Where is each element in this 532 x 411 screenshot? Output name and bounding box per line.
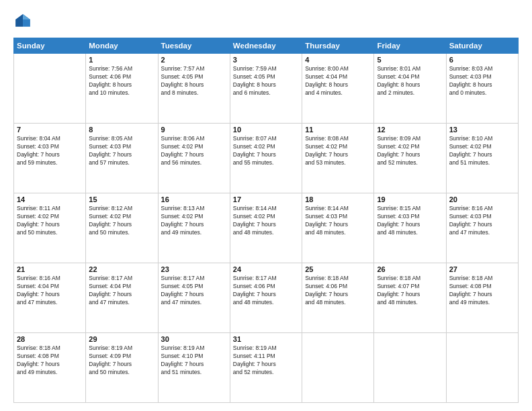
day-number: 17 [233,195,299,203]
day-number: 7 [17,126,83,134]
day-number: 13 [449,126,515,134]
calendar-week-row: 14Sunrise: 8:11 AM Sunset: 4:02 PM Dayli… [14,193,519,263]
weekday-header-monday: Monday [86,38,158,54]
day-info: Sunrise: 8:16 AM Sunset: 4:04 PM Dayligh… [17,275,83,307]
day-info: Sunrise: 8:12 AM Sunset: 4:02 PM Dayligh… [89,205,154,237]
calendar-cell [446,333,518,403]
day-info: Sunrise: 8:03 AM Sunset: 4:03 PM Dayligh… [449,65,515,97]
day-number: 25 [305,265,371,273]
calendar-cell: 9Sunrise: 8:06 AM Sunset: 4:02 PM Daylig… [158,124,230,193]
calendar-cell: 15Sunrise: 8:12 AM Sunset: 4:02 PM Dayli… [86,193,158,263]
calendar-cell: 13Sunrise: 8:10 AM Sunset: 4:02 PM Dayli… [446,124,518,193]
day-number: 9 [161,126,227,134]
day-info: Sunrise: 8:14 AM Sunset: 4:02 PM Dayligh… [233,205,299,237]
day-number: 6 [449,56,515,64]
calendar-cell: 4Sunrise: 8:00 AM Sunset: 4:04 PM Daylig… [302,54,374,124]
day-number: 18 [305,195,371,203]
weekday-header-sunday: Sunday [14,38,86,54]
calendar-cell: 19Sunrise: 8:15 AM Sunset: 4:03 PM Dayli… [374,193,446,263]
day-number: 31 [233,335,299,343]
svg-marker-1 [15,14,23,27]
day-info: Sunrise: 8:15 AM Sunset: 4:03 PM Dayligh… [377,205,443,237]
calendar-cell: 24Sunrise: 8:17 AM Sunset: 4:06 PM Dayli… [230,263,302,333]
day-info: Sunrise: 8:19 AM Sunset: 4:11 PM Dayligh… [233,345,299,377]
day-info: Sunrise: 8:09 AM Sunset: 4:02 PM Dayligh… [377,135,443,167]
calendar-cell: 5Sunrise: 8:01 AM Sunset: 4:04 PM Daylig… [374,54,446,124]
day-number: 11 [305,126,371,134]
day-info: Sunrise: 8:06 AM Sunset: 4:02 PM Dayligh… [161,135,227,167]
calendar-cell: 25Sunrise: 8:18 AM Sunset: 4:06 PM Dayli… [302,263,374,333]
calendar-cell: 21Sunrise: 8:16 AM Sunset: 4:04 PM Dayli… [14,263,86,333]
header [13,12,519,31]
weekday-header-wednesday: Wednesday [230,38,302,54]
day-number: 29 [89,335,154,343]
day-info: Sunrise: 8:17 AM Sunset: 4:06 PM Dayligh… [233,275,299,307]
day-info: Sunrise: 8:07 AM Sunset: 4:02 PM Dayligh… [233,135,299,167]
calendar-cell: 17Sunrise: 8:14 AM Sunset: 4:02 PM Dayli… [230,193,302,263]
weekday-header-friday: Friday [374,38,446,54]
weekday-header-saturday: Saturday [446,38,518,54]
day-number: 3 [233,56,299,64]
day-number: 19 [377,195,443,203]
weekday-header-thursday: Thursday [302,38,374,54]
day-info: Sunrise: 8:16 AM Sunset: 4:03 PM Dayligh… [449,205,515,237]
calendar-cell: 1Sunrise: 7:56 AM Sunset: 4:06 PM Daylig… [86,54,158,124]
day-number: 26 [377,265,443,273]
day-info: Sunrise: 8:19 AM Sunset: 4:10 PM Dayligh… [161,345,227,377]
calendar-week-row: 1Sunrise: 7:56 AM Sunset: 4:06 PM Daylig… [14,54,519,124]
day-number: 4 [305,56,371,64]
calendar-cell: 23Sunrise: 8:17 AM Sunset: 4:05 PM Dayli… [158,263,230,333]
calendar-cell: 31Sunrise: 8:19 AM Sunset: 4:11 PM Dayli… [230,333,302,403]
calendar-cell: 11Sunrise: 8:08 AM Sunset: 4:02 PM Dayli… [302,124,374,193]
calendar-week-row: 21Sunrise: 8:16 AM Sunset: 4:04 PM Dayli… [14,263,519,333]
day-info: Sunrise: 8:10 AM Sunset: 4:02 PM Dayligh… [449,135,515,167]
day-info: Sunrise: 7:59 AM Sunset: 4:05 PM Dayligh… [233,65,299,97]
day-info: Sunrise: 8:00 AM Sunset: 4:04 PM Dayligh… [305,65,371,97]
day-info: Sunrise: 8:18 AM Sunset: 4:06 PM Dayligh… [305,275,371,307]
calendar-cell: 8Sunrise: 8:05 AM Sunset: 4:03 PM Daylig… [86,124,158,193]
day-info: Sunrise: 8:18 AM Sunset: 4:08 PM Dayligh… [17,345,83,377]
day-info: Sunrise: 8:17 AM Sunset: 4:05 PM Dayligh… [161,275,227,307]
weekday-header-row: SundayMondayTuesdayWednesdayThursdayFrid… [14,38,519,54]
day-number: 27 [449,265,515,273]
calendar-cell: 26Sunrise: 8:18 AM Sunset: 4:07 PM Dayli… [374,263,446,333]
calendar-cell: 10Sunrise: 8:07 AM Sunset: 4:02 PM Dayli… [230,124,302,193]
calendar-table: SundayMondayTuesdayWednesdayThursdayFrid… [13,38,519,403]
day-info: Sunrise: 8:05 AM Sunset: 4:03 PM Dayligh… [89,135,154,167]
day-number: 8 [89,126,154,134]
day-info: Sunrise: 8:08 AM Sunset: 4:02 PM Dayligh… [305,135,371,167]
day-number: 24 [233,265,299,273]
calendar-cell: 22Sunrise: 8:17 AM Sunset: 4:04 PM Dayli… [86,263,158,333]
day-info: Sunrise: 8:11 AM Sunset: 4:02 PM Dayligh… [17,205,83,237]
day-info: Sunrise: 8:04 AM Sunset: 4:03 PM Dayligh… [17,135,83,167]
day-info: Sunrise: 8:18 AM Sunset: 4:08 PM Dayligh… [449,275,515,307]
day-info: Sunrise: 8:01 AM Sunset: 4:04 PM Dayligh… [377,65,443,97]
day-number: 5 [377,56,443,64]
calendar-cell: 28Sunrise: 8:18 AM Sunset: 4:08 PM Dayli… [14,333,86,403]
day-number: 16 [161,195,227,203]
calendar-week-row: 28Sunrise: 8:18 AM Sunset: 4:08 PM Dayli… [14,333,519,403]
calendar-cell: 14Sunrise: 8:11 AM Sunset: 4:02 PM Dayli… [14,193,86,263]
day-number: 10 [233,126,299,134]
day-number: 23 [161,265,227,273]
day-number: 2 [161,56,227,64]
calendar-cell: 3Sunrise: 7:59 AM Sunset: 4:05 PM Daylig… [230,54,302,124]
day-number: 14 [17,195,83,203]
calendar-cell: 27Sunrise: 8:18 AM Sunset: 4:08 PM Dayli… [446,263,518,333]
calendar-cell: 2Sunrise: 7:57 AM Sunset: 4:05 PM Daylig… [158,54,230,124]
day-number: 12 [377,126,443,134]
calendar-cell [302,333,374,403]
calendar-cell: 18Sunrise: 8:14 AM Sunset: 4:03 PM Dayli… [302,193,374,263]
day-info: Sunrise: 7:57 AM Sunset: 4:05 PM Dayligh… [161,65,227,97]
weekday-header-tuesday: Tuesday [158,38,230,54]
day-info: Sunrise: 8:13 AM Sunset: 4:02 PM Dayligh… [161,205,227,237]
calendar-cell: 12Sunrise: 8:09 AM Sunset: 4:02 PM Dayli… [374,124,446,193]
calendar-cell: 7Sunrise: 8:04 AM Sunset: 4:03 PM Daylig… [14,124,86,193]
day-number: 15 [89,195,154,203]
day-info: Sunrise: 7:56 AM Sunset: 4:06 PM Dayligh… [89,65,154,97]
day-number: 28 [17,335,83,343]
calendar-cell: 6Sunrise: 8:03 AM Sunset: 4:03 PM Daylig… [446,54,518,124]
calendar-cell: 29Sunrise: 8:19 AM Sunset: 4:09 PM Dayli… [86,333,158,403]
svg-marker-2 [23,14,30,19]
day-info: Sunrise: 8:17 AM Sunset: 4:04 PM Dayligh… [89,275,154,307]
